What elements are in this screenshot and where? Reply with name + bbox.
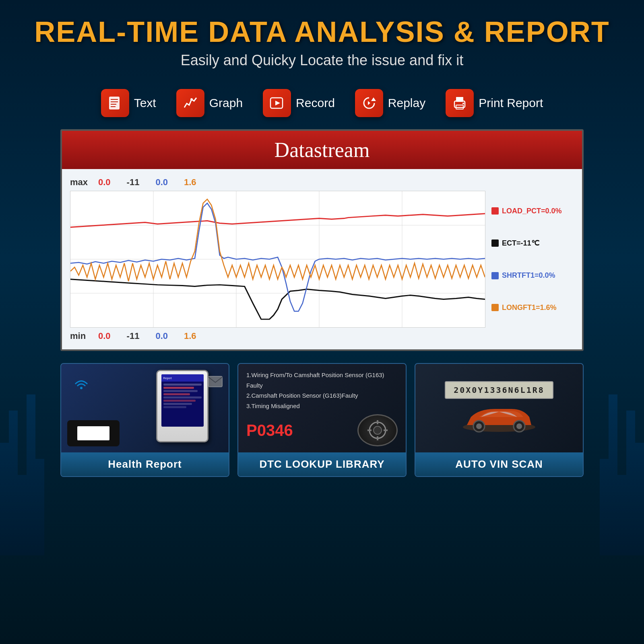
- min-orange: 1.6: [184, 331, 196, 341]
- record-icon: [263, 89, 291, 117]
- screen-line-1: [163, 384, 202, 386]
- dtc-lookup-image: 1.Wiring From/To Camshaft Position Senso…: [238, 364, 406, 452]
- dtc-item-2: 2.Camshaft Position Sensor (G163)Faulty: [246, 392, 358, 399]
- svg-marker-7: [275, 101, 280, 105]
- dtc-code: P0346: [246, 421, 293, 440]
- screen-line-6: [163, 400, 196, 402]
- svg-point-33: [516, 423, 522, 429]
- print-icon: [446, 89, 474, 117]
- dtc-lookup-footer: DTC LOOKUP LIBRARY: [238, 452, 406, 476]
- toolbar-item-print[interactable]: Print Report: [446, 89, 543, 117]
- replay-icon: [355, 89, 383, 117]
- tablet-screen-header: Report: [161, 374, 204, 382]
- vin-number-display: 20X0Y1336N6L1R8: [445, 381, 553, 399]
- wifi-icon: [73, 376, 89, 394]
- health-report-footer: Health Report: [61, 452, 229, 476]
- svg-rect-11: [456, 97, 463, 102]
- toolbar-item-record[interactable]: Record: [263, 89, 335, 117]
- screen-line-4: [163, 393, 190, 395]
- svg-point-24: [374, 426, 382, 434]
- page-title: REAL-TIME DATA ANALYSIS & REPORT: [8, 16, 636, 48]
- replay-label: Replay: [388, 96, 425, 110]
- auto-vin-card: 20X0Y1336N6L1R8 AUTO: [415, 363, 584, 477]
- chart-legend: LOAD_PCT=0.0% ECT=-11℃ SHRTFT1=0.0% LONG…: [485, 191, 574, 328]
- engine-icon: [357, 414, 398, 446]
- graph-icon: [176, 89, 204, 117]
- tablet-screen-content: [161, 382, 204, 410]
- toolbar-item-replay[interactable]: Replay: [355, 89, 425, 117]
- legend-label-shrtft1: SHRTFT1=0.0%: [502, 271, 555, 280]
- dtc-item-1: 1.Wiring From/To Camshaft Position Senso…: [246, 372, 384, 389]
- dtc-code-row: P0346: [246, 414, 398, 446]
- auto-vin-footer: AUTO VIN SCAN: [415, 452, 583, 476]
- max-black: -11: [127, 177, 140, 188]
- svg-rect-0: [109, 97, 120, 109]
- min-label: min: [70, 331, 98, 341]
- legend-ect: ECT=-11℃: [491, 239, 568, 248]
- screen-line-7: [163, 403, 192, 405]
- svg-point-21: [80, 387, 83, 389]
- car-silhouette: [459, 403, 539, 435]
- legend-load-pct: LOAD_PCT=0.0%: [491, 207, 568, 215]
- screen-line-2: [163, 387, 194, 389]
- text-icon: [101, 89, 129, 117]
- screen-line-5: [163, 396, 202, 398]
- chart-min-row: min 0.0 -11 0.0 1.6: [70, 329, 574, 343]
- max-label: max: [70, 177, 98, 188]
- legend-dot-blue: [491, 272, 499, 279]
- dtc-description: 1.Wiring From/To Camshaft Position Senso…: [246, 370, 398, 411]
- legend-dot-red: [491, 207, 499, 215]
- health-report-image: Report: [61, 364, 229, 452]
- max-blue: 0.0: [155, 177, 168, 188]
- dtc-lookup-card: 1.Wiring From/To Camshaft Position Senso…: [237, 363, 407, 477]
- svg-point-31: [476, 423, 482, 429]
- legend-label-load-pct: LOAD_PCT=0.0%: [502, 207, 562, 215]
- chart-svg: [70, 191, 485, 328]
- legend-dot-black: [491, 239, 499, 247]
- bottom-section: Report: [0, 355, 644, 485]
- chart-max-row: max 0.0 -11 0.0 1.6: [70, 175, 574, 189]
- page-subtitle: Easily and Quicky Locate the issue and f…: [8, 52, 636, 69]
- dtc-item-3: 3.Timing Misaligned: [246, 402, 300, 409]
- toolbar: Text Graph Record Replay: [0, 81, 644, 125]
- min-red: 0.0: [98, 331, 111, 341]
- legend-label-longft1: LONGFT1=1.6%: [502, 303, 557, 312]
- print-label: Print Report: [479, 96, 543, 110]
- toolbar-item-text[interactable]: Text: [101, 89, 156, 117]
- screen-line-3: [163, 390, 198, 392]
- max-red: 0.0: [98, 177, 111, 188]
- chart-body: max 0.0 -11 0.0 1.6: [62, 169, 582, 349]
- auto-vin-image: 20X0Y1336N6L1R8: [415, 364, 583, 452]
- svg-marker-9: [368, 101, 370, 105]
- record-label: Record: [296, 96, 335, 110]
- email-icon: [208, 376, 223, 389]
- tablet-device: Report: [156, 370, 208, 442]
- legend-dot-orange: [491, 304, 499, 311]
- toolbar-item-graph[interactable]: Graph: [176, 89, 243, 117]
- graph-label: Graph: [209, 96, 243, 110]
- printer-paper: [77, 426, 109, 440]
- svg-point-13: [462, 103, 464, 104]
- svg-rect-22: [208, 376, 222, 387]
- legend-shrtft1: SHRTFT1=0.0%: [491, 271, 568, 280]
- svg-marker-8: [371, 97, 376, 101]
- legend-label-ect: ECT=-11℃: [502, 239, 539, 248]
- text-label: Text: [134, 96, 156, 110]
- chart-header: Datastream: [62, 131, 582, 169]
- max-orange: 1.6: [184, 177, 196, 188]
- min-blue: 0.0: [155, 331, 168, 341]
- chart-panel: Datastream max 0.0 -11 0.0 1.6: [60, 129, 584, 351]
- svg-point-5: [190, 98, 193, 101]
- tablet-screen: Report: [161, 374, 204, 427]
- chart-title: Datastream: [69, 138, 575, 162]
- min-black: -11: [127, 331, 140, 341]
- header-section: REAL-TIME DATA ANALYSIS & REPORT Easily …: [0, 0, 644, 77]
- printer-image: [67, 420, 120, 446]
- screen-line-8: [163, 406, 186, 408]
- chart-area: LOAD_PCT=0.0% ECT=-11℃ SHRTFT1=0.0% LONG…: [70, 191, 574, 328]
- health-report-card: Report: [60, 363, 229, 477]
- legend-longft1: LONGFT1=1.6%: [491, 303, 568, 312]
